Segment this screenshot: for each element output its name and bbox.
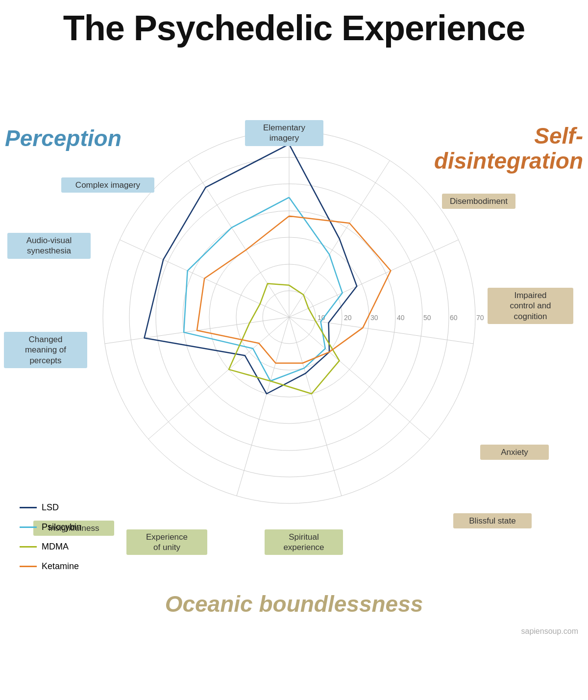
label-anxiety: Anxiety (480, 445, 549, 460)
label-disembodiment: Disembodiment (442, 194, 515, 209)
svg-line-18 (289, 317, 430, 439)
svg-line-20 (237, 317, 289, 496)
svg-text:70: 70 (476, 314, 484, 322)
credit-label: sapiensoup.com (521, 627, 578, 636)
legend-psilocybin-label: Psilocybin (42, 518, 81, 536)
legend-lsd: LSD (20, 499, 81, 516)
legend-mdma-label: MDMA (42, 538, 69, 555)
label-audio-visual: Audio-visualsynesthesia (7, 233, 91, 259)
label-spiritual-experience: Spiritualexperience (265, 529, 343, 555)
svg-text:30: 30 (370, 314, 378, 322)
legend-ketamine-label: Ketamine (42, 557, 79, 575)
legend-lsd-label: LSD (42, 499, 59, 516)
svg-text:50: 50 (423, 314, 431, 322)
legend: LSD Psilocybin MDMA Ketamine (20, 499, 81, 577)
label-experience-of-unity: Experienceof unity (126, 529, 207, 555)
svg-text:60: 60 (450, 314, 458, 322)
chart-area: Perception Self-disintegration .axis-lin… (0, 52, 588, 641)
svg-line-17 (289, 317, 473, 344)
label-impaired-control: Impairedcontrol andcognition (488, 288, 573, 324)
svg-text:20: 20 (344, 314, 352, 322)
label-elementary-imagery: Elementaryimagery (245, 120, 323, 146)
oceanic-boundlessness-label: Oceanic boundlessness (165, 591, 423, 617)
label-complex-imagery: Complex imagery (61, 177, 154, 193)
svg-text:40: 40 (397, 314, 405, 322)
legend-ketamine: Ketamine (20, 557, 81, 575)
legend-mdma: MDMA (20, 538, 81, 555)
svg-line-19 (289, 317, 342, 496)
main-title: The Psychedelic Experience (0, 0, 588, 48)
label-blissful-state: Blissful state (453, 513, 532, 528)
legend-psilocybin: Psilocybin (20, 518, 81, 536)
label-changed-meaning: Changedmeaning ofpercepts (4, 332, 87, 368)
